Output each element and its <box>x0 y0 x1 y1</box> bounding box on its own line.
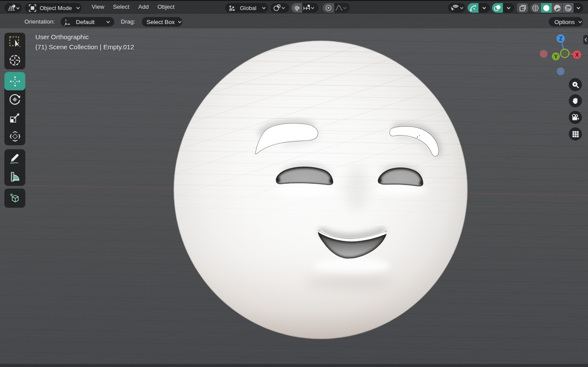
svg-text:Y: Y <box>554 54 557 60</box>
svg-text:X: X <box>575 52 579 58</box>
svg-text:Z: Z <box>559 36 562 42</box>
